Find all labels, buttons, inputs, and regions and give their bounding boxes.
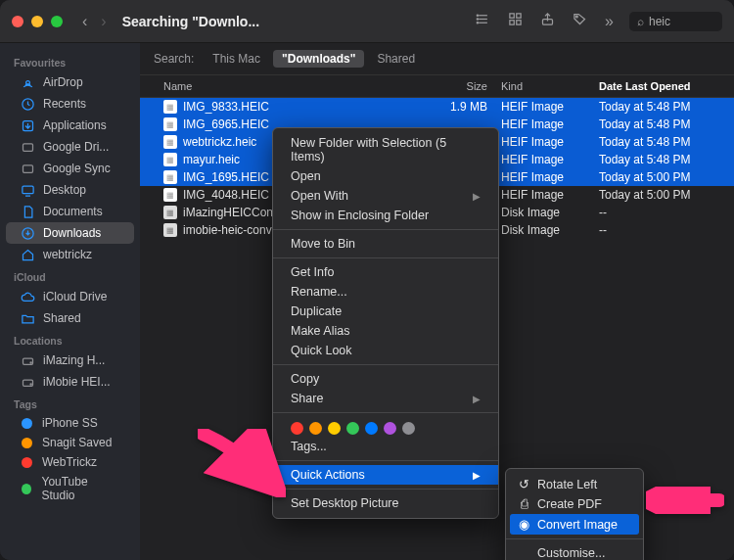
scope-this-mac[interactable]: This Mac xyxy=(204,50,269,68)
sidebar-item-label: AirDrop xyxy=(43,75,83,89)
file-row[interactable]: ▦IMG_9833.HEIC 1.9 MB HEIF Image Today a… xyxy=(140,98,734,116)
scope-downloads[interactable]: "Downloads" xyxy=(273,50,364,68)
file-name: iMazingHEICConv xyxy=(183,206,279,219)
file-date: Today at 5:48 PM xyxy=(599,117,720,131)
action-icon: ◉ xyxy=(518,517,530,532)
toolbar-icons: » xyxy=(476,12,614,30)
sidebar-item[interactable]: iMobie HEI... xyxy=(6,371,134,393)
svg-point-22 xyxy=(30,383,31,384)
sidebar-item[interactable]: Google Sync xyxy=(6,158,134,179)
sidebar-item[interactable]: Downloads xyxy=(6,222,134,244)
menu-item[interactable]: Make Alias xyxy=(273,321,498,341)
menu-item[interactable]: New Folder with Selection (5 Items) xyxy=(273,133,498,166)
sidebar-tag[interactable]: iPhone SS xyxy=(6,413,134,433)
group-icon[interactable] xyxy=(508,12,523,30)
sidebar-tag[interactable]: YouTube Studio xyxy=(6,472,134,505)
search-icon: ⌕ xyxy=(637,15,644,28)
menu-item[interactable]: Open xyxy=(273,166,498,186)
sidebar-item-label: Downloads xyxy=(43,226,101,240)
col-name[interactable]: Name xyxy=(154,80,423,92)
sidebar-item[interactable]: Google Dri... xyxy=(6,136,134,158)
file-icon: ▦ xyxy=(163,170,177,184)
sidebar-item[interactable]: webtrickz xyxy=(6,244,134,265)
zoom-button[interactable] xyxy=(51,16,63,27)
tag-color-icon[interactable] xyxy=(402,422,415,435)
col-size[interactable]: Size xyxy=(423,80,501,92)
sidebar-item[interactable]: Recents xyxy=(6,93,134,115)
sidebar-item[interactable]: iCloud Drive xyxy=(6,286,134,307)
menu-item[interactable]: Share▶ xyxy=(273,389,498,408)
minimize-button[interactable] xyxy=(31,16,43,27)
tag-color-icon[interactable] xyxy=(346,422,359,435)
scope-shared[interactable]: Shared xyxy=(368,50,424,68)
menu-separator xyxy=(273,489,498,490)
tag-dot-icon xyxy=(22,484,31,494)
menu-item[interactable]: Get Info xyxy=(273,262,498,282)
submenu-item-customise[interactable]: Customise... xyxy=(506,543,643,560)
sidebar-tag[interactable]: Snagit Saved xyxy=(6,433,134,452)
sidebar-item[interactable]: AirDrop xyxy=(6,71,134,93)
sidebar-item[interactable]: Desktop xyxy=(6,179,134,201)
tag-color-icon[interactable] xyxy=(328,422,341,435)
menu-item[interactable]: Open With▶ xyxy=(273,186,498,206)
sidebar-tag[interactable]: WebTrickz xyxy=(6,452,134,472)
context-menu[interactable]: New Folder with Selection (5 Items)OpenO… xyxy=(272,127,499,519)
sidebar-item-label: iMazing H... xyxy=(43,353,105,367)
menu-item[interactable]: Duplicate xyxy=(273,302,498,321)
file-date: Today at 5:48 PM xyxy=(599,153,720,166)
menu-separator xyxy=(273,460,498,461)
menu-item-tags[interactable]: Tags... xyxy=(273,437,498,456)
close-button[interactable] xyxy=(12,16,23,27)
menu-item[interactable]: Quick Look xyxy=(273,341,498,360)
tag-color-icon[interactable] xyxy=(365,422,378,435)
menu-item[interactable]: Move to Bin xyxy=(273,234,498,254)
submenu-item[interactable]: ↺Rotate Left xyxy=(506,474,643,494)
search-value: heic xyxy=(649,15,670,28)
search-field[interactable]: ⌕ heic xyxy=(629,12,722,31)
tag-color-icon[interactable] xyxy=(384,422,396,435)
nav-arrows: ‹ › xyxy=(82,13,107,30)
chevron-right-icon: ▶ xyxy=(473,191,481,202)
svg-rect-9 xyxy=(517,21,521,24)
list-header: Name Size Kind Date Last Opened xyxy=(140,75,734,98)
submenu-item[interactable]: ◉Convert Image xyxy=(510,514,639,535)
sidebar-item-label: Google Dri... xyxy=(43,140,109,154)
chevron-right-icon: ▶ xyxy=(473,470,481,481)
apps-icon xyxy=(20,117,35,133)
tag-icon[interactable] xyxy=(573,12,587,30)
sidebar-item[interactable]: Documents xyxy=(6,201,134,222)
menu-item[interactable]: Show in Enclosing Folder xyxy=(273,206,498,225)
file-icon: ▦ xyxy=(163,188,177,202)
view-list-icon[interactable] xyxy=(476,12,490,30)
file-name: IMG_9833.HEIC xyxy=(183,100,269,114)
menu-item[interactable]: Copy xyxy=(273,369,498,389)
menu-item-quick-actions[interactable]: Quick Actions▶ xyxy=(273,465,498,485)
file-icon: ▦ xyxy=(163,223,177,237)
col-date[interactable]: Date Last Opened xyxy=(599,80,720,92)
svg-rect-7 xyxy=(517,14,521,18)
chevron-right-icon: ▶ xyxy=(473,394,481,404)
more-icon[interactable]: » xyxy=(605,13,614,30)
share-icon[interactable] xyxy=(540,12,555,30)
sidebar-item[interactable]: iMazing H... xyxy=(6,350,134,371)
sidebar-item[interactable]: Applications xyxy=(6,115,134,136)
menu-item-set-desktop[interactable]: Set Desktop Picture xyxy=(273,493,498,513)
submenu-item[interactable]: ⎙Create PDF xyxy=(506,494,643,514)
tag-color-icon[interactable] xyxy=(309,422,322,435)
menu-item[interactable]: Rename... xyxy=(273,282,498,302)
search-scope-bar: Search: This Mac "Downloads" Shared xyxy=(140,43,734,75)
sidebar-item-label: YouTube Studio xyxy=(41,475,120,502)
file-icon: ▦ xyxy=(163,153,177,166)
sidebar-item[interactable]: Shared xyxy=(6,307,134,329)
tag-color-icon[interactable] xyxy=(291,422,303,435)
forward-button[interactable]: › xyxy=(101,13,106,30)
col-kind[interactable]: Kind xyxy=(501,80,599,92)
back-button[interactable]: ‹ xyxy=(82,13,87,30)
sidebar-item-label: WebTrickz xyxy=(42,455,97,469)
sidebar-header: iCloud xyxy=(0,265,140,286)
sidebar-item-label: webtrickz xyxy=(43,248,92,261)
file-date: -- xyxy=(599,223,720,237)
file-name: IMG_6965.HEIC xyxy=(183,117,269,131)
quick-actions-submenu[interactable]: ↺Rotate Left⎙Create PDF◉Convert ImageCus… xyxy=(505,468,644,560)
sidebar-item-label: Google Sync xyxy=(43,162,111,175)
